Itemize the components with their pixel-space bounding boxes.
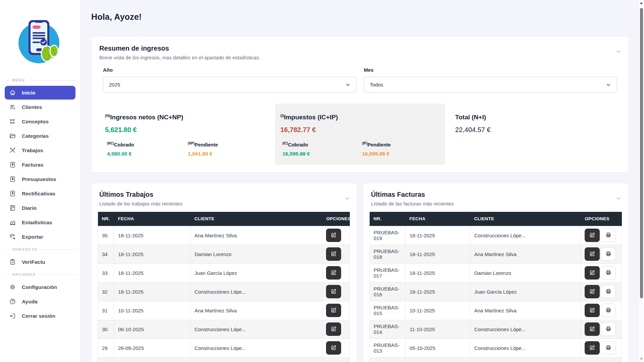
collapse-invoices-card-button[interactable] (615, 195, 622, 201)
net-income-block: (N)Ingresos netos (NC+NP) 5,621.80 € (NC… (105, 104, 275, 165)
cell-opciones (322, 263, 350, 282)
cell-fecha: 18-11-2025 (114, 245, 191, 263)
cell-cliente: Construcciones Lópe... (191, 320, 322, 339)
chevron-down-icon (345, 82, 351, 88)
table-row: PRUEBAS-01510-11-2025Ana Martínez Silva (370, 301, 622, 320)
edit-invoice-button[interactable] (585, 266, 600, 280)
sidebar-item-facturas[interactable]: Facturas (5, 158, 75, 172)
sidebar-item-configuracion[interactable]: Configuración (5, 280, 75, 294)
column-header: FECHA (406, 212, 470, 226)
edit-job-button[interactable] (326, 285, 341, 298)
recent-invoices-card: Últimas Facturas Listado de las facturas… (363, 183, 629, 362)
home-icon (9, 89, 16, 96)
edit-job-button[interactable] (326, 304, 341, 317)
column-header: CLIENTE (470, 212, 581, 226)
collapse-income-card-button[interactable] (615, 49, 622, 55)
sidebar-item-presupuestos[interactable]: Presupuestos (5, 172, 75, 186)
cell-opciones (322, 339, 350, 357)
scrollbar-down-arrow-icon[interactable] (640, 358, 643, 360)
total-title: Total (N+I) (455, 114, 556, 121)
table-row: PRUEBAS-01305-10-2025Construcciones Lópe… (370, 339, 622, 357)
edit-invoice-button[interactable] (585, 247, 600, 261)
sidebar-item-rectificativas[interactable]: Rectificativas (5, 187, 75, 200)
cell-nr: PRUEBAS-018 (370, 245, 406, 263)
sidebar-item-categorias[interactable]: Categorías (5, 129, 75, 143)
sidebar-item-estadisticas[interactable]: Estadísticas (5, 216, 75, 229)
cell-opciones (322, 245, 350, 263)
sidebar-item-clientes[interactable]: Clientes (5, 100, 75, 114)
collapse-jobs-card-button[interactable] (344, 195, 350, 201)
sidebar-item-exportar[interactable]: Exportar (5, 230, 75, 244)
edit-icon (330, 325, 337, 333)
month-select[interactable]: Todos (364, 77, 618, 93)
cell-nr: 29 (98, 339, 114, 357)
edit-invoice-button[interactable] (585, 285, 600, 298)
edit-job-button[interactable] (326, 341, 341, 355)
sidebar-item-ayuda[interactable]: Ayuda (5, 295, 75, 308)
cell-opciones (581, 245, 622, 263)
print-invoice-button[interactable] (601, 285, 616, 298)
sidebar-item-conceptos[interactable]: Conceptos (5, 115, 75, 128)
print-invoice-button[interactable] (601, 341, 616, 355)
chevron-down-icon (615, 197, 622, 202)
cell-opciones (322, 226, 350, 245)
invoices-card-subtitle: Listado de las facturas más recientes (371, 201, 608, 206)
edit-icon (589, 269, 596, 277)
vertical-scrollbar[interactable] (638, 0, 644, 362)
print-invoice-button[interactable] (601, 304, 616, 317)
cell-fecha (406, 357, 470, 362)
income-stats-row: (N)Ingresos netos (NC+NP) 5,621.80 € (NC… (92, 104, 628, 165)
print-icon (605, 325, 612, 333)
cell-cliente: Ana Martínez Silva (470, 301, 581, 320)
logout-icon (9, 312, 16, 319)
export-icon (9, 233, 16, 240)
sidebar-item-trabajos[interactable]: Trabajos (5, 143, 75, 157)
sidebar-item-diario[interactable]: Diario (5, 201, 75, 215)
print-invoice-button[interactable] (601, 229, 616, 242)
year-label: Año (103, 67, 357, 73)
edit-invoice-button[interactable] (585, 341, 600, 355)
cell-nr: 35 (98, 226, 114, 245)
print-invoice-button[interactable] (601, 247, 616, 261)
users-icon (9, 104, 16, 111)
edit-job-button[interactable] (326, 266, 341, 280)
journal-icon (9, 204, 16, 212)
table-row: PRUEBAS-01818-11-2025Ana Martínez Silva (370, 245, 622, 263)
concepts-icon (9, 118, 16, 125)
cell-nr (370, 357, 406, 362)
year-select[interactable]: 2025 (103, 77, 357, 93)
table-row: 3518-11-2025Ana Martínez Silva (98, 226, 350, 245)
cell-fecha (114, 357, 191, 362)
edit-job-button[interactable] (326, 322, 341, 336)
print-invoice-button[interactable] (601, 322, 616, 336)
cell-opciones (581, 301, 622, 320)
edit-invoice-button[interactable] (585, 304, 600, 317)
gear-icon (9, 284, 16, 291)
edit-job-button[interactable] (326, 229, 341, 242)
cell-fecha: 10-11-2025 (406, 301, 470, 320)
edit-icon (330, 232, 337, 239)
jobs-table-body: 3518-11-2025Ana Martínez Silva3418-11-20… (98, 226, 350, 362)
income-summary-card: Resumen de ingresos Breve vista de los i… (91, 36, 629, 173)
jobs-card-title: Últimos Trabajos (99, 191, 337, 198)
sidebar-item-cerrar-sesion[interactable]: Cerrar sesión (5, 309, 75, 323)
sidebar-item-verifactu[interactable]: VeriFactu (5, 255, 75, 269)
edit-invoice-button[interactable] (585, 229, 600, 242)
cell-fecha: 05-10-2025 (406, 339, 470, 357)
cell-cliente: Ana Martínez Silva (470, 245, 581, 263)
jobs-card-subtitle: Listado de los trabajos más recientes (99, 201, 337, 206)
sidebar-item-inicio[interactable]: Inicio (5, 86, 75, 100)
scrollbar-up-arrow-icon[interactable] (640, 2, 643, 4)
jobs-table: NR.FECHACLIENTEOPCIONES 3518-11-2025Ana … (98, 212, 350, 362)
edit-job-button[interactable] (326, 247, 341, 261)
cell-fecha: 26-09-2025 (114, 339, 191, 357)
cell-nr: PRUEBAS-013 (370, 339, 406, 357)
edit-invoice-button[interactable] (585, 322, 600, 336)
print-invoice-button[interactable] (601, 266, 616, 280)
edit-icon (330, 344, 337, 352)
cell-cliente: Damian Lorenzo (470, 263, 581, 282)
scrollbar-thumb[interactable] (640, 8, 643, 298)
table-row: 2926-09-2025Construcciones Lópe... (98, 339, 350, 357)
main-content: Hola, Ayoze! Resumen de ingresos Breve v… (80, 0, 638, 362)
table-row: PRUEBAS-01918-11-2025Construcciones Lópe… (370, 226, 622, 245)
